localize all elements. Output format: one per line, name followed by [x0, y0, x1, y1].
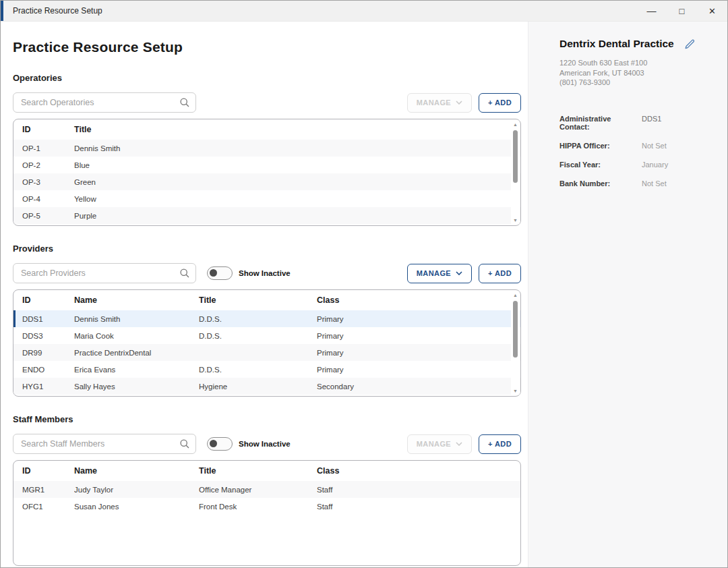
staff-search-input[interactable] [13, 434, 196, 454]
table-row[interactable]: OP-3Green [13, 173, 520, 190]
operatories-section: Operatories MANAGE [13, 73, 521, 226]
table-row[interactable]: OP-4Yellow [13, 190, 520, 207]
table-cell: Practice DentrixDental [74, 349, 199, 357]
providers-search-input[interactable] [13, 263, 196, 283]
operatories-table-header: IDTitle [13, 119, 520, 140]
scroll-up-icon[interactable]: ▲ [513, 291, 518, 300]
column-header: Class [317, 466, 520, 476]
title-bar: Practice Resource Setup — □ ✕ [1, 1, 727, 22]
operatories-add-button[interactable]: + ADD [479, 93, 521, 113]
providers-show-inactive-toggle[interactable] [207, 266, 233, 280]
providers-add-button[interactable]: + ADD [479, 264, 521, 283]
table-cell: Primary [317, 349, 520, 357]
column-header: Name [74, 466, 199, 476]
staff-section-label: Staff Members [13, 414, 521, 424]
practice-detail-row: Bank Number:Not Set [559, 179, 712, 188]
table-cell: OP-4 [13, 195, 74, 203]
providers-section-label: Providers [13, 244, 521, 254]
staff-search [13, 434, 196, 454]
scrollbar-thumb[interactable] [513, 301, 518, 358]
table-cell: Dennis Smith [74, 315, 199, 323]
operatories-search-input[interactable] [13, 92, 196, 113]
detail-label: Administrative Contact: [559, 115, 642, 131]
table-cell: HYG1 [13, 382, 74, 391]
staff-members-section: Staff Members Show Inactive MA [13, 414, 521, 566]
staff-table-body: MGR1Judy TaylorOffice ManagerStaffOFC1Su… [13, 481, 520, 515]
table-row[interactable]: DDS3Maria CookD.D.S.Primary [13, 327, 520, 344]
scroll-down-icon[interactable]: ▼ [513, 216, 518, 225]
practice-detail-row: HIPPA Officer:Not Set [559, 142, 712, 150]
staff-add-button[interactable]: + ADD [479, 434, 521, 454]
staff-table-header: IDNameTitleClass [13, 461, 520, 481]
operatories-manage-button: MANAGE [407, 93, 472, 113]
scroll-down-icon[interactable]: ▼ [513, 387, 518, 395]
table-cell: OP-5 [13, 212, 74, 220]
detail-value: January [642, 161, 712, 169]
show-inactive-label: Show Inactive [239, 269, 291, 277]
table-row[interactable]: ENDOErica EvansD.D.S.Primary [13, 361, 520, 378]
table-cell: Sally Hayes [74, 382, 199, 391]
page-title: Practice Resource Setup [13, 39, 521, 55]
search-icon [179, 268, 190, 279]
table-cell: DR99 [13, 349, 74, 357]
table-cell: Hygiene [199, 382, 317, 391]
table-cell: ENDO [13, 366, 74, 374]
table-cell: Purple [74, 212, 520, 220]
column-header: ID [13, 125, 74, 134]
table-row[interactable]: DDS1Dennis SmithD.D.S.Primary [13, 310, 520, 327]
edit-practice-icon[interactable] [684, 38, 696, 50]
table-cell: Judy Taylor [74, 486, 199, 494]
table-cell: Primary [317, 332, 520, 340]
show-inactive-label: Show Inactive [239, 440, 291, 448]
providers-section: Providers Show Inactive MANAGE [13, 244, 521, 397]
table-row[interactable]: OP-6Orange [13, 224, 520, 226]
column-header: Class [317, 295, 520, 305]
providers-scrollbar[interactable]: ▲ ▼ [511, 291, 520, 395]
table-cell: Erica Evans [74, 366, 199, 374]
practice-details: Administrative Contact:DDS1HIPPA Officer… [559, 115, 712, 188]
table-row[interactable]: ORTHOscar OliversonPrimary [13, 395, 520, 397]
table-cell: Primary [317, 366, 520, 374]
table-cell: Staff [317, 486, 520, 494]
providers-table-body: DDS1Dennis SmithD.D.S.PrimaryDDS3Maria C… [13, 310, 520, 397]
close-button[interactable]: ✕ [697, 1, 727, 21]
providers-table: IDNameTitleClass DDS1Dennis SmithD.D.S.P… [13, 289, 521, 397]
providers-search [13, 263, 196, 283]
detail-value: DDS1 [642, 115, 712, 131]
minimize-button[interactable]: — [636, 1, 667, 24]
main-content: Practice Resource Setup Operatories MANA… [1, 22, 528, 567]
operatories-scrollbar[interactable]: ▲ ▼ [511, 120, 520, 225]
table-cell: Susan Jones [74, 503, 199, 511]
chevron-down-icon [456, 101, 462, 105]
table-cell: Secondary [317, 382, 520, 391]
detail-label: HIPPA Officer: [559, 142, 642, 150]
detail-label: Bank Number: [559, 179, 642, 188]
table-cell: Green [74, 178, 520, 186]
table-cell: D.D.S. [199, 315, 317, 323]
table-row[interactable]: OP-2Blue [13, 157, 520, 173]
table-row[interactable]: MGR1Judy TaylorOffice ManagerStaff [13, 481, 520, 498]
providers-manage-button[interactable]: MANAGE [407, 264, 472, 283]
table-row[interactable]: OP-5Purple [13, 207, 520, 224]
operatories-table: IDTitle OP-1Dennis SmithOP-2BlueOP-3Gree… [13, 119, 521, 226]
table-cell: MGR1 [13, 486, 74, 494]
window-accent-bar [1, 1, 3, 21]
table-row[interactable]: OP-1Dennis Smith [13, 140, 520, 157]
staff-show-inactive-toggle[interactable] [207, 437, 233, 451]
table-row[interactable]: HYG1Sally HayesHygieneSecondary [13, 378, 520, 395]
toggle-knob [210, 440, 217, 447]
providers-table-header: IDNameTitleClass [13, 290, 520, 310]
practice-resource-setup-window: Practice Resource Setup — □ ✕ Practice R… [0, 0, 728, 568]
maximize-button[interactable]: □ [667, 1, 697, 21]
address-line-2: American Fork, UT 84003 [559, 68, 712, 78]
operatories-section-label: Operatories [13, 73, 521, 83]
table-row[interactable]: DR99Practice DentrixDentalPrimary [13, 344, 520, 361]
window-title: Practice Resource Setup [13, 6, 102, 16]
scrollbar-thumb[interactable] [513, 130, 518, 183]
table-row[interactable]: OFC1Susan JonesFront DeskStaff [13, 498, 520, 515]
table-cell: Yellow [74, 195, 520, 203]
table-cell: Staff [317, 503, 520, 511]
table-cell: Office Manager [199, 486, 317, 494]
scroll-up-icon[interactable]: ▲ [513, 120, 518, 129]
table-cell: OP-3 [13, 178, 74, 186]
